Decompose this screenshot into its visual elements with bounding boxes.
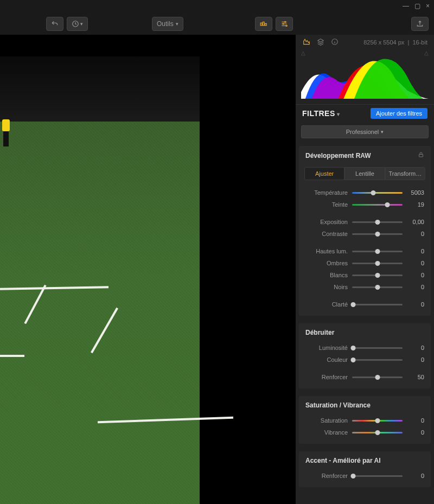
color-slider[interactable] xyxy=(352,359,403,361)
svg-point-4 xyxy=(285,21,286,22)
tools-dropdown[interactable]: Outils ▾ xyxy=(152,17,183,31)
highlights-label: Hautes lum. xyxy=(305,248,352,254)
noirs-value[interactable]: 0 xyxy=(403,284,424,290)
lum-value[interactable]: 0 xyxy=(403,344,424,351)
tab-transform[interactable]: Transform… xyxy=(385,167,425,180)
history-button[interactable]: ▾ xyxy=(67,17,88,31)
preview-image xyxy=(0,56,200,504)
tab-adjust[interactable]: Ajuster xyxy=(304,167,344,180)
temperature-slider[interactable] xyxy=(352,192,403,194)
whites-value[interactable]: 0 xyxy=(403,272,424,278)
highlights-slider[interactable] xyxy=(352,251,403,252)
shadows-label: Ombres xyxy=(305,260,352,266)
saturation-label: Saturation xyxy=(305,417,352,424)
denoise-section: Débruiter Luminosité0 Couleur0 Renforcer… xyxy=(299,323,431,388)
color-label: Couleur xyxy=(305,356,352,363)
noirs-label: Noirs xyxy=(305,284,352,290)
undo-button[interactable] xyxy=(46,17,63,31)
accent-boost-label: Renforcer xyxy=(305,473,352,479)
noirs-slider[interactable] xyxy=(352,286,403,288)
add-filters-button[interactable]: Ajouter des filtres xyxy=(371,108,427,119)
accent-boost-slider[interactable] xyxy=(352,475,403,477)
satvib-section: Saturation / Vibrance Saturation0 Vibran… xyxy=(299,396,431,444)
svg-rect-8 xyxy=(419,155,423,157)
close-button[interactable]: × xyxy=(426,2,430,10)
boost-slider[interactable] xyxy=(352,377,403,378)
info-icon[interactable] xyxy=(330,38,339,47)
accent-boost-value[interactable]: 0 xyxy=(403,473,424,479)
highlights-value[interactable]: 0 xyxy=(403,248,424,254)
image-metadata: 8256 x 5504 px | 16-bit xyxy=(363,39,427,46)
clarity-label: Clarté xyxy=(305,301,352,308)
svg-rect-2 xyxy=(263,22,264,25)
lock-icon[interactable] xyxy=(418,151,424,160)
histogram-icon[interactable] xyxy=(302,38,311,47)
svg-point-6 xyxy=(286,25,287,26)
share-button[interactable] xyxy=(411,17,429,31)
temperature-label: Température xyxy=(305,189,352,196)
tint-slider[interactable] xyxy=(352,204,403,206)
vibrance-label: Vibrance xyxy=(305,429,352,436)
raw-title: Développement RAW xyxy=(305,152,371,160)
accent-title: Accent - Amélioré par AI xyxy=(305,457,380,464)
minimize-button[interactable]: — xyxy=(403,2,409,10)
compare-button[interactable] xyxy=(255,17,272,31)
shadows-value[interactable]: 0 xyxy=(403,260,424,266)
vibrance-value[interactable]: 0 xyxy=(403,429,424,436)
clarity-slider[interactable] xyxy=(352,304,403,305)
saturation-value[interactable]: 0 xyxy=(403,417,424,424)
layers-icon[interactable] xyxy=(316,38,325,47)
filters-heading[interactable]: FILTRES xyxy=(302,109,340,118)
boost-label: Renforcer xyxy=(305,374,352,380)
saturation-slider[interactable] xyxy=(352,420,403,422)
tools-label: Outils xyxy=(157,20,174,28)
accent-section: Accent - Amélioré par AI Renforcer0 xyxy=(299,451,431,487)
filters-panel: 8256 x 5504 px | 16-bit △ △ FILTRES Ajou… xyxy=(296,35,434,504)
svg-point-5 xyxy=(283,23,284,24)
shadow-clip-icon[interactable]: △ xyxy=(301,50,305,56)
tab-lens[interactable]: Lentille xyxy=(344,167,385,180)
svg-rect-1 xyxy=(260,23,262,25)
satvib-title: Saturation / Vibrance xyxy=(305,401,371,409)
exposure-slider[interactable] xyxy=(352,221,403,223)
exposure-label: Exposition xyxy=(305,219,352,225)
contrast-label: Contraste xyxy=(305,231,352,237)
shadows-slider[interactable] xyxy=(352,263,403,264)
whites-slider[interactable] xyxy=(352,275,403,276)
denoise-title: Débruiter xyxy=(305,329,334,336)
contrast-value[interactable]: 0 xyxy=(403,231,424,237)
vibrance-slider[interactable] xyxy=(352,432,403,433)
window-controls: — ▢ × xyxy=(398,0,434,12)
preset-dropdown[interactable]: Professionel▾ xyxy=(301,125,429,138)
tint-value[interactable]: 19 xyxy=(403,201,424,208)
svg-rect-3 xyxy=(265,23,266,25)
adjust-sliders-button[interactable] xyxy=(276,17,293,31)
lum-label: Luminosité xyxy=(305,344,352,351)
boost-value[interactable]: 50 xyxy=(403,374,424,380)
maximize-button[interactable]: ▢ xyxy=(414,2,420,10)
whites-label: Blancs xyxy=(305,272,352,278)
color-value[interactable]: 0 xyxy=(403,356,424,363)
tint-label: Teinte xyxy=(305,201,352,208)
temperature-value[interactable]: 5003 xyxy=(403,189,424,196)
raw-section: Développement RAW Ajuster Lentille Trans… xyxy=(299,146,431,316)
exposure-value[interactable]: 0,00 xyxy=(403,219,424,225)
luminance-slider[interactable] xyxy=(352,347,403,349)
image-canvas[interactable] xyxy=(0,35,296,504)
histogram[interactable]: △ △ xyxy=(301,49,429,99)
top-toolbar: ▾ Outils ▾ xyxy=(0,15,434,33)
highlight-clip-icon[interactable]: △ xyxy=(424,50,429,56)
clarity-value[interactable]: 0 xyxy=(403,301,424,308)
contrast-slider[interactable] xyxy=(352,233,403,235)
